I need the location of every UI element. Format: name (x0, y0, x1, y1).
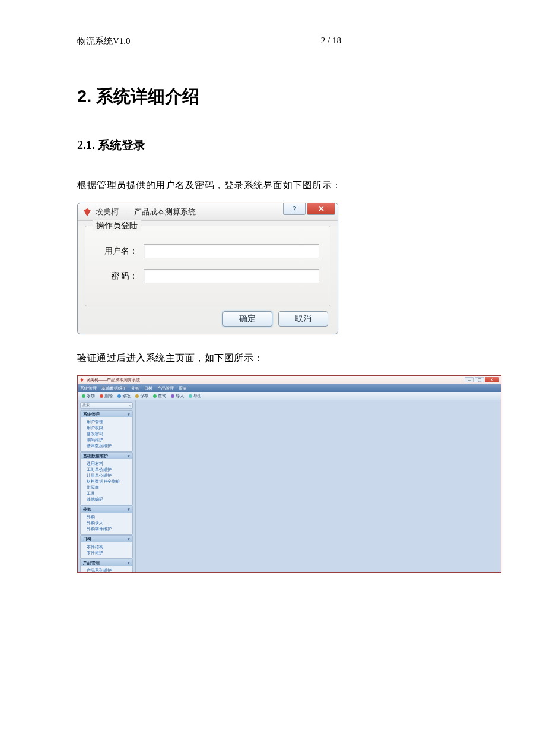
panel-header[interactable]: 基础数据维护▾ (81, 453, 132, 459)
sidebar-item[interactable]: 用户管理 (87, 419, 132, 425)
panel-body: 用户管理用户权限修改密码编码维护基本数据维护 (81, 417, 132, 451)
sidebar-item[interactable]: 零件结构 (87, 544, 132, 550)
header-doc-title: 物流系统V1.0 (77, 36, 321, 47)
sidebar-search[interactable]: 搜索… × (80, 402, 133, 409)
close-button[interactable]: ✕ (485, 377, 499, 382)
panel-body: 零件结构零件维护 (81, 542, 132, 558)
toolbar-icon (153, 394, 157, 398)
sidebar-item[interactable]: 其他编码 (87, 496, 132, 502)
sidebar-item[interactable]: 工具 (87, 491, 132, 496)
sidebar-item[interactable]: 外购 (87, 514, 132, 520)
app-logo-icon (82, 207, 92, 217)
toolbar-item[interactable]: 查询 (151, 393, 168, 399)
maximize-button[interactable]: ▢ (475, 377, 484, 382)
toolbar-label: 修改 (122, 393, 131, 399)
menu-item[interactable]: 产品管理 (157, 385, 174, 391)
panel-header[interactable]: 产品管理▾ (81, 559, 132, 566)
sidebar-item[interactable]: 通用材料 (87, 461, 132, 467)
toolbar-icon (117, 394, 121, 398)
header-page-number: 2 / 18 (321, 36, 457, 47)
toolbar-icon (189, 394, 192, 398)
toolbar-label: 导入 (176, 393, 184, 399)
sidebar-panel: 系统管理▾用户管理用户权限修改密码编码维护基本数据维护 (80, 410, 133, 452)
panel-title: 日树 (83, 536, 91, 542)
search-close-icon[interactable]: × (128, 404, 131, 407)
chevron-down-icon: ▾ (128, 507, 130, 512)
app-menubar: 系统管理基础数据维护外购日树产品管理报表 (78, 384, 501, 392)
toolbar-item[interactable]: 保存 (134, 393, 150, 399)
sidebar-panel: 产品管理▾产品系列维护产品维护BOM (80, 559, 133, 572)
sidebar-item[interactable]: 工时单价维护 (87, 467, 132, 473)
toolbar-item[interactable]: 导出 (187, 393, 204, 399)
toolbar-item[interactable]: 导入 (169, 393, 186, 399)
sidebar-panel: 外购▾外购外购录入外购零件维护 (80, 505, 133, 535)
username-input[interactable] (144, 244, 319, 258)
intro-paragraph-1: 根据管理员提供的用户名及密码，登录系统界面如下图所示： (77, 179, 457, 192)
toolbar-icon (135, 394, 139, 398)
login-fieldset: 操作员登陆 用户名： 密 码： (85, 226, 330, 306)
app-window-title: 埃美柯——产品成本测算系统 (86, 377, 465, 383)
chevron-down-icon: ▾ (128, 454, 130, 458)
panel-header[interactable]: 外购▾ (81, 506, 132, 513)
toolbar-label: 保存 (140, 393, 148, 399)
toolbar-icon (100, 394, 103, 398)
ok-button[interactable]: 确定 (223, 311, 272, 327)
menu-item[interactable]: 外购 (131, 385, 139, 391)
intro-paragraph-2: 验证通过后进入系统主页面，如下图所示： (77, 352, 457, 365)
sidebar-item[interactable]: 材料数据补全增价 (87, 479, 132, 485)
login-dialog: 埃美柯——产品成本测算系统 ? ✕ 操作员登陆 用户名： 密 码： 确定 (77, 203, 338, 334)
fieldset-legend: 操作员登陆 (93, 220, 141, 231)
chevron-down-icon: ▾ (128, 537, 130, 542)
app-titlebar: 埃美柯——产品成本测算系统 – ▢ ✕ (78, 376, 501, 384)
toolbar-label: 添加 (87, 393, 95, 399)
sidebar-panel: 日树▾零件结构零件维护 (80, 535, 133, 559)
sidebar-item[interactable]: 用户权限 (87, 425, 132, 431)
sidebar-item[interactable]: 计量单位维护 (87, 473, 132, 479)
menu-item[interactable]: 报表 (179, 385, 187, 391)
sidebar-panel: 基础数据维护▾通用材料工时单价维护计量单位维护材料数据补全增价供应商工具其他编码 (80, 452, 133, 505)
panel-body: 外购外购录入外购零件维护 (81, 513, 132, 534)
panel-header[interactable]: 日树▾ (81, 536, 132, 542)
main-app-window: 埃美柯——产品成本测算系统 – ▢ ✕ 系统管理基础数据维护外购日树产品管理报表… (77, 375, 501, 573)
menu-item[interactable]: 基础数据维护 (101, 385, 126, 391)
panel-body: 产品系列维护产品维护BOM (81, 566, 132, 572)
panel-title: 外购 (83, 507, 91, 513)
sidebar-item[interactable]: 产品系列维护 (87, 568, 132, 572)
toolbar-item[interactable]: 修改 (116, 393, 132, 399)
toolbar-label: 删除 (104, 393, 113, 399)
toolbar-icon (171, 394, 174, 398)
help-button[interactable]: ? (283, 203, 306, 215)
username-label: 用户名： (96, 246, 144, 257)
toolbar-label: 导出 (193, 393, 202, 399)
chevron-down-icon: ▾ (128, 412, 130, 417)
toolbar-item[interactable]: 删除 (98, 393, 115, 399)
sidebar-item[interactable]: 基本数据维护 (87, 443, 132, 449)
toolbar-icon (82, 394, 85, 398)
login-window-title: 埃美柯——产品成本测算系统 (96, 207, 283, 217)
sidebar: 搜索… × 系统管理▾用户管理用户权限修改密码编码维护基本数据维护基础数据维护▾… (78, 400, 135, 572)
cancel-button[interactable]: 取消 (278, 311, 328, 327)
app-toolbar: 添加删除修改保存查询导入导出 (78, 392, 501, 400)
panel-title: 系统管理 (83, 412, 100, 417)
menu-item[interactable]: 系统管理 (80, 385, 97, 391)
chevron-down-icon: ▾ (128, 561, 130, 565)
main-content-area (135, 400, 501, 572)
panel-header[interactable]: 系统管理▾ (81, 411, 132, 417)
menu-item[interactable]: 日树 (144, 385, 152, 391)
sidebar-item[interactable]: 外购录入 (87, 520, 132, 526)
close-button[interactable]: ✕ (307, 203, 335, 215)
sidebar-item[interactable]: 修改密码 (87, 431, 132, 437)
password-input[interactable] (144, 269, 319, 283)
toolbar-item[interactable]: 添加 (80, 393, 97, 399)
subsection-heading: 2.1. 系统登录 (77, 137, 457, 153)
sidebar-item[interactable]: 零件维护 (87, 550, 132, 556)
sidebar-item[interactable]: 外购零件维护 (87, 526, 132, 532)
sidebar-item[interactable]: 编码维护 (87, 437, 132, 443)
minimize-button[interactable]: – (465, 377, 474, 382)
sidebar-item[interactable]: 供应商 (87, 485, 132, 491)
panel-title: 产品管理 (83, 560, 100, 566)
page-header: 物流系统V1.0 2 / 18 (0, 36, 534, 52)
search-placeholder: 搜索… (82, 403, 93, 408)
toolbar-label: 查询 (158, 393, 166, 399)
password-label: 密 码： (96, 271, 144, 281)
